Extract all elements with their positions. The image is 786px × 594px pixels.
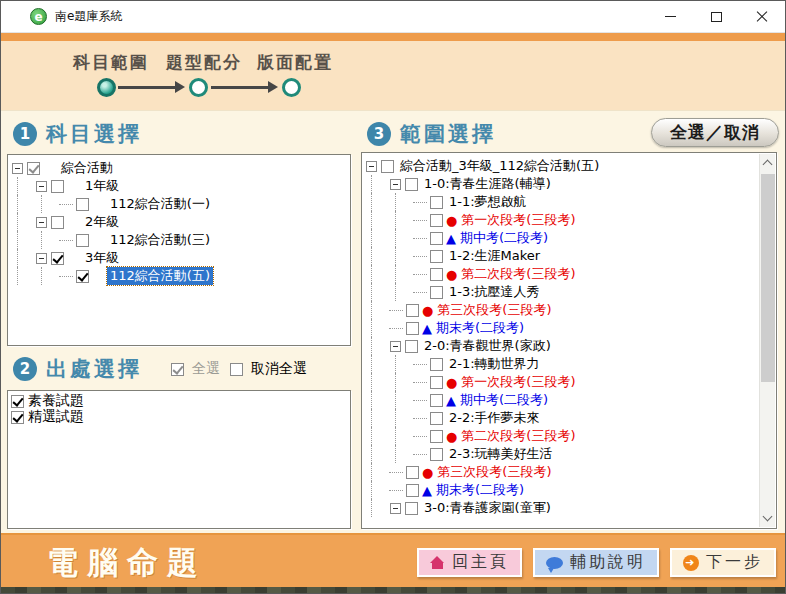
- step-circle-2[interactable]: [189, 78, 208, 97]
- tree-item[interactable]: 1-3:抗壓達人秀: [364, 283, 756, 301]
- tree-item-checkbox[interactable]: [430, 250, 443, 263]
- tree-item[interactable]: 1年級: [10, 177, 348, 195]
- source-listbox[interactable]: 素養試題精選試題: [7, 390, 351, 529]
- select-all-option[interactable]: 全選: [171, 360, 220, 378]
- tree-item[interactable]: 112綜合活動(一): [10, 195, 348, 213]
- tree-item[interactable]: 2-1:轉動世界力: [364, 355, 756, 373]
- tree-item-checkbox[interactable]: [406, 466, 419, 479]
- tree-item-checkbox[interactable]: [381, 160, 394, 173]
- tree-item-label[interactable]: 期末考(二段考): [433, 319, 527, 337]
- tree-item-checkbox[interactable]: [76, 198, 89, 211]
- tree-item-label[interactable]: 112綜合活動(五): [107, 267, 213, 285]
- tree-item-checkbox[interactable]: [430, 214, 443, 227]
- tree-item[interactable]: ●第三次段考(三段考): [364, 463, 756, 481]
- tree-item-label[interactable]: 2-1:轉動世界力: [446, 355, 543, 373]
- step-circle-3[interactable]: [282, 78, 301, 97]
- tree-item[interactable]: ▲期末考(二段考): [364, 481, 756, 499]
- tree-item-label[interactable]: 第三次段考(三段考): [434, 463, 554, 481]
- tree-item-checkbox[interactable]: [430, 376, 443, 389]
- source-item-checkbox[interactable]: [11, 411, 24, 424]
- expand-collapse-icon[interactable]: [36, 253, 47, 264]
- tree-item[interactable]: 3-0:青春護家園(童軍): [364, 499, 756, 517]
- tree-item-checkbox[interactable]: [405, 502, 418, 515]
- tree-item[interactable]: 2-0:青春觀世界(家政): [364, 337, 756, 355]
- tree-item-label[interactable]: 第三次段考(三段考): [434, 301, 554, 319]
- tree-item-checkbox[interactable]: [430, 286, 443, 299]
- tree-item-label[interactable]: 2-3:玩轉美好生活: [446, 445, 556, 463]
- tree-item-checkbox[interactable]: [406, 304, 419, 317]
- tree-item[interactable]: 1-2:生涯Maker: [364, 247, 756, 265]
- tree-item-label[interactable]: 2-2:手作夢未來: [446, 409, 543, 427]
- tree-item-label[interactable]: 1-2:生涯Maker: [446, 247, 543, 265]
- select-all-checkbox[interactable]: [171, 363, 184, 376]
- tree-item-label[interactable]: 1年級: [82, 177, 122, 195]
- tree-item-checkbox[interactable]: [430, 196, 443, 209]
- expand-collapse-icon[interactable]: [12, 163, 23, 174]
- tree-item-checkbox[interactable]: [51, 216, 64, 229]
- close-button[interactable]: [739, 1, 785, 32]
- tree-item-label[interactable]: 期中考(二段考): [457, 391, 551, 409]
- home-button[interactable]: 回主頁: [417, 548, 522, 577]
- tree-item-label[interactable]: 第一次段考(三段考): [458, 211, 578, 229]
- tree-item[interactable]: 2-3:玩轉美好生活: [364, 445, 756, 463]
- tree-item-label[interactable]: 第二次段考(三段考): [458, 427, 578, 445]
- tree-item-label[interactable]: 112綜合活動(一): [107, 195, 213, 213]
- tree-item-label[interactable]: 3-0:青春護家園(童軍): [421, 499, 554, 517]
- tree-item[interactable]: 1-1:夢想啟航: [364, 193, 756, 211]
- tree-item-checkbox[interactable]: [430, 412, 443, 425]
- tree-item[interactable]: 112綜合活動(三): [10, 231, 348, 249]
- tree-item-label[interactable]: 1-0:青春生涯路(輔導): [421, 175, 554, 193]
- tree-item-label[interactable]: 綜合活動_3年級_112綜合活動(五): [397, 157, 602, 175]
- expand-collapse-icon[interactable]: [366, 161, 377, 172]
- tree-item[interactable]: ●第二次段考(三段考): [364, 427, 756, 445]
- tree-item[interactable]: 2年級: [10, 213, 348, 231]
- tree-item-label[interactable]: 第二次段考(三段考): [458, 265, 578, 283]
- tree-item-checkbox[interactable]: [430, 268, 443, 281]
- tree-item-checkbox[interactable]: [430, 448, 443, 461]
- tree-item[interactable]: ●第一次段考(三段考): [364, 211, 756, 229]
- step-circle-1-active[interactable]: [97, 78, 116, 97]
- expand-collapse-icon[interactable]: [390, 179, 401, 190]
- tree-item-checkbox[interactable]: [405, 178, 418, 191]
- expand-collapse-icon[interactable]: [390, 341, 401, 352]
- tree-item-label[interactable]: 1-1:夢想啟航: [446, 193, 530, 211]
- tree-item-checkbox[interactable]: [406, 484, 419, 497]
- tree-item-label[interactable]: 1-3:抗壓達人秀: [446, 283, 543, 301]
- scrollbar[interactable]: [759, 154, 775, 527]
- scroll-up-icon[interactable]: [763, 160, 773, 170]
- tree-item-checkbox[interactable]: [405, 340, 418, 353]
- tree-item[interactable]: ●第三次段考(三段考): [364, 301, 756, 319]
- tree-item[interactable]: ●第一次段考(三段考): [364, 373, 756, 391]
- source-list-item[interactable]: 素養試題: [10, 393, 348, 409]
- range-tree-panel[interactable]: 綜合活動_3年級_112綜合活動(五)1-0:青春生涯路(輔導)1-1:夢想啟航…: [361, 152, 777, 529]
- tree-item[interactable]: ▲期中考(二段考): [364, 391, 756, 409]
- scrollbar-thumb[interactable]: [761, 174, 775, 382]
- expand-collapse-icon[interactable]: [36, 181, 47, 192]
- tree-item[interactable]: 1-0:青春生涯路(輔導): [364, 175, 756, 193]
- tree-item[interactable]: 2-2:手作夢未來: [364, 409, 756, 427]
- deselect-all-checkbox[interactable]: [230, 363, 243, 376]
- maximize-button[interactable]: [693, 1, 739, 32]
- tree-item[interactable]: 綜合活動: [10, 159, 348, 177]
- tree-item-label[interactable]: 3年級: [82, 249, 122, 267]
- tree-item-label[interactable]: 期中考(二段考): [457, 229, 551, 247]
- tree-item[interactable]: 112綜合活動(五): [10, 267, 348, 285]
- tree-item-checkbox[interactable]: [430, 394, 443, 407]
- tree-item-checkbox[interactable]: [430, 430, 443, 443]
- expand-collapse-icon[interactable]: [390, 503, 401, 514]
- next-step-button[interactable]: 下一步: [670, 548, 776, 577]
- tree-item-label[interactable]: 期末考(二段考): [433, 481, 527, 499]
- deselect-all-option[interactable]: 取消全選: [230, 360, 307, 378]
- tree-item-label[interactable]: 綜合活動: [58, 159, 116, 177]
- tree-item-checkbox[interactable]: [406, 322, 419, 335]
- minimize-button[interactable]: [647, 1, 693, 32]
- tree-item[interactable]: ●第二次段考(三段考): [364, 265, 756, 283]
- tree-item[interactable]: ▲期末考(二段考): [364, 319, 756, 337]
- tree-item[interactable]: 3年級: [10, 249, 348, 267]
- tree-item-checkbox[interactable]: [51, 180, 64, 193]
- source-list-item[interactable]: 精選試題: [10, 409, 348, 425]
- subject-tree-panel[interactable]: 綜合活動1年級112綜合活動(一)2年級112綜合活動(三)3年級112綜合活動…: [7, 154, 351, 346]
- tree-item-label[interactable]: 2-0:青春觀世界(家政): [421, 337, 554, 355]
- tree-item-checkbox[interactable]: [27, 162, 40, 175]
- tree-item-checkbox[interactable]: [76, 234, 89, 247]
